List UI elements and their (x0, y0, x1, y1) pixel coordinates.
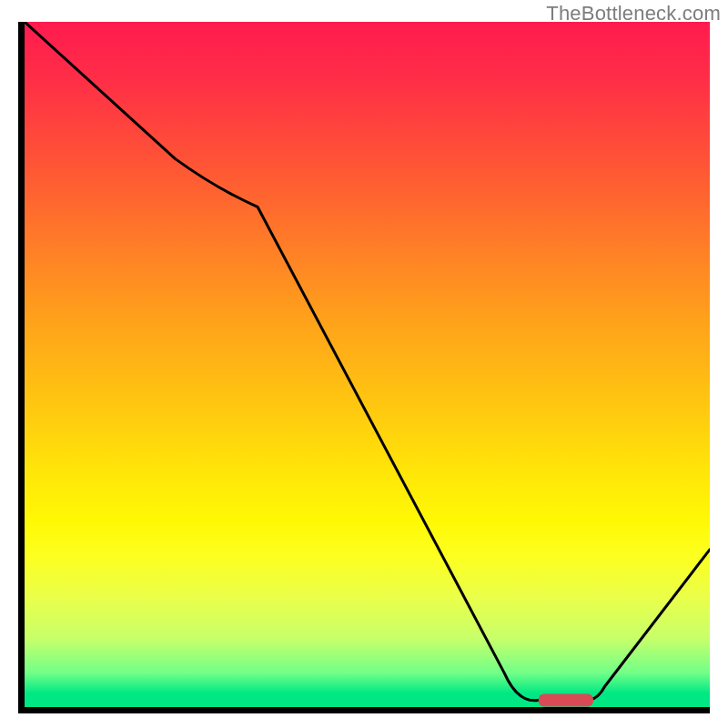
curve-svg (25, 22, 710, 707)
bottleneck-curve (25, 22, 710, 701)
plot-area (18, 22, 710, 713)
optimal-marker (539, 693, 593, 706)
chart-container: TheBottleneck.com (0, 0, 728, 728)
